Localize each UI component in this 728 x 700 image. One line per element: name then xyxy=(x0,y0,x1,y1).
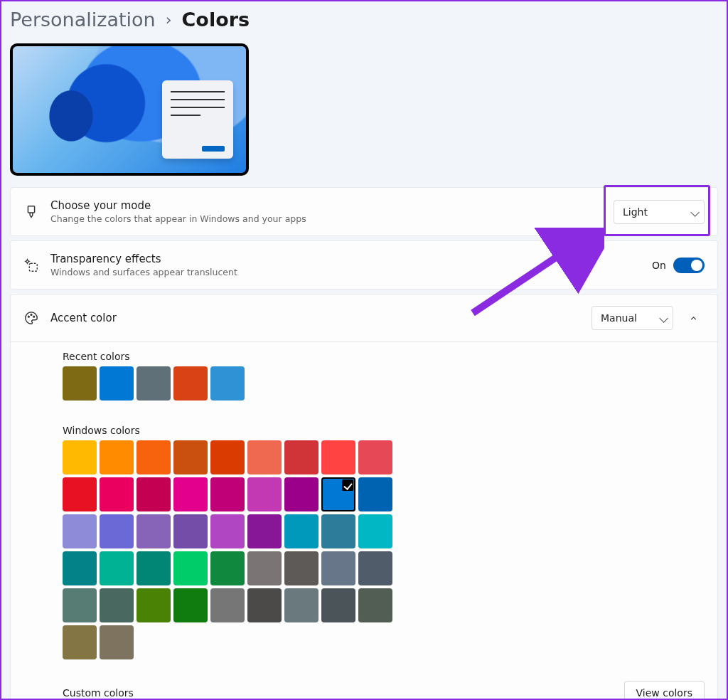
recent-color-swatch[interactable] xyxy=(63,366,97,401)
transparency-toggle[interactable] xyxy=(673,258,705,273)
preview-window-card xyxy=(162,80,233,159)
windows-color-swatch[interactable] xyxy=(321,440,355,474)
windows-color-swatch[interactable] xyxy=(63,440,97,474)
transparency-panel: Transparency effects Windows and surface… xyxy=(10,240,718,290)
windows-color-swatch[interactable] xyxy=(321,588,355,622)
windows-colors-grid xyxy=(63,440,411,659)
brush-icon xyxy=(23,204,39,220)
breadcrumb: Personalization › Colors xyxy=(1,1,727,43)
palette-icon xyxy=(23,310,39,326)
transparency-title: Transparency effects xyxy=(50,253,237,265)
windows-color-swatch[interactable] xyxy=(210,588,245,622)
recent-color-swatch[interactable] xyxy=(210,366,245,401)
recent-color-swatch[interactable] xyxy=(100,366,134,401)
windows-color-swatch[interactable] xyxy=(63,514,97,548)
windows-color-swatch[interactable] xyxy=(210,440,245,474)
choose-mode-panel: Choose your mode Change the colors that … xyxy=(10,187,718,236)
choose-mode-sub: Change the colors that appear in Windows… xyxy=(50,213,306,224)
windows-colors-label: Windows colors xyxy=(63,425,705,436)
windows-color-swatch[interactable] xyxy=(247,514,282,548)
windows-color-swatch[interactable] xyxy=(284,514,318,548)
choose-mode-title: Choose your mode xyxy=(50,199,306,212)
breadcrumb-parent[interactable]: Personalization xyxy=(10,9,156,31)
windows-color-swatch[interactable] xyxy=(100,625,134,659)
windows-color-swatch[interactable] xyxy=(100,514,134,548)
windows-color-swatch[interactable] xyxy=(321,551,355,585)
choose-mode-dropdown[interactable]: Light xyxy=(614,200,705,224)
accent-color-panel: Accent color Manual xyxy=(10,294,718,342)
windows-color-swatch[interactable] xyxy=(63,625,97,659)
windows-color-swatch[interactable] xyxy=(100,440,134,474)
page-title: Colors xyxy=(182,9,250,31)
svg-rect-1 xyxy=(29,263,37,271)
view-colors-button[interactable]: View colors xyxy=(624,681,705,700)
windows-color-swatch[interactable] xyxy=(284,477,318,511)
windows-color-swatch[interactable] xyxy=(247,551,282,585)
windows-color-swatch[interactable] xyxy=(210,477,245,511)
choose-mode-value: Light xyxy=(623,206,648,218)
windows-color-swatch[interactable] xyxy=(100,588,134,622)
windows-color-swatch[interactable] xyxy=(358,440,392,474)
windows-color-swatch[interactable] xyxy=(284,440,318,474)
windows-color-swatch[interactable] xyxy=(63,588,97,622)
windows-color-swatch[interactable] xyxy=(358,551,392,585)
windows-color-swatch[interactable] xyxy=(358,514,392,548)
accent-mode-dropdown[interactable]: Manual xyxy=(592,306,673,330)
recent-color-swatch[interactable] xyxy=(136,366,171,401)
windows-color-swatch[interactable] xyxy=(284,551,318,585)
chevron-right-icon: › xyxy=(166,11,172,28)
windows-color-swatch[interactable] xyxy=(210,551,245,585)
windows-color-swatch[interactable] xyxy=(321,514,355,548)
windows-color-swatch[interactable] xyxy=(173,477,208,511)
accent-mode-value: Manual xyxy=(601,312,637,324)
windows-color-swatch[interactable] xyxy=(136,588,171,622)
windows-color-swatch[interactable] xyxy=(100,477,134,511)
windows-color-swatch[interactable] xyxy=(136,440,171,474)
windows-color-swatch[interactable] xyxy=(63,551,97,585)
windows-color-swatch[interactable] xyxy=(63,477,97,511)
recent-colors-row xyxy=(63,366,411,401)
transparency-sub: Windows and surfaces appear translucent xyxy=(50,267,237,277)
windows-color-swatch[interactable] xyxy=(247,477,282,511)
sparkle-icon xyxy=(23,258,39,273)
recent-color-swatch[interactable] xyxy=(173,366,208,401)
accent-color-title: Accent color xyxy=(50,312,117,324)
windows-color-swatch[interactable] xyxy=(358,588,392,622)
windows-color-swatch[interactable] xyxy=(136,551,171,585)
recent-colors-label: Recent colors xyxy=(63,351,705,362)
accent-color-body: Recent colors Windows colors Custom colo… xyxy=(10,338,718,700)
windows-color-swatch[interactable] xyxy=(100,551,134,585)
svg-point-3 xyxy=(31,314,32,316)
windows-color-swatch[interactable] xyxy=(247,440,282,474)
svg-point-2 xyxy=(28,316,29,317)
svg-rect-0 xyxy=(28,206,34,212)
windows-color-swatch[interactable] xyxy=(284,588,318,622)
desktop-preview xyxy=(10,43,249,176)
windows-color-swatch[interactable] xyxy=(173,440,208,474)
svg-point-4 xyxy=(33,316,35,317)
custom-colors-label: Custom colors xyxy=(63,687,134,699)
windows-color-swatch[interactable] xyxy=(321,477,355,511)
windows-color-swatch[interactable] xyxy=(136,477,171,511)
windows-color-swatch[interactable] xyxy=(173,551,208,585)
windows-color-swatch[interactable] xyxy=(173,514,208,548)
transparency-state-label: On xyxy=(652,260,666,271)
windows-color-swatch[interactable] xyxy=(358,477,392,511)
windows-color-swatch[interactable] xyxy=(247,588,282,622)
accent-collapse-button[interactable] xyxy=(682,307,705,329)
windows-color-swatch[interactable] xyxy=(210,514,245,548)
windows-color-swatch[interactable] xyxy=(173,588,208,622)
windows-color-swatch[interactable] xyxy=(136,514,171,548)
